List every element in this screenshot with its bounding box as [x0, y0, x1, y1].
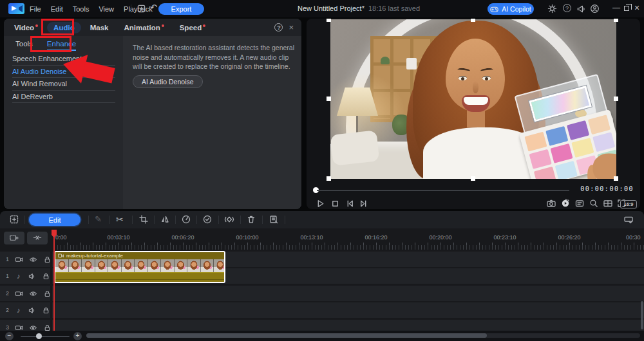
window-restore-button[interactable] [624, 6, 629, 11]
ai-audio-denoise-button[interactable]: AI Audio Denoise [133, 75, 203, 88]
tab-animation[interactable]: Animation [124, 24, 164, 32]
transform-handle-bottom-right[interactable] [614, 176, 618, 181]
announcement-megaphone-icon[interactable] [576, 4, 586, 14]
mirror-flip-icon[interactable] [160, 214, 170, 225]
menu-tools[interactable]: Tools [73, 5, 90, 13]
lock-track-icon[interactable] [43, 255, 52, 264]
track-header-video-1: 1 [0, 252, 52, 267]
transform-handle-mid-right[interactable] [614, 97, 618, 101]
zoom-in-button[interactable]: + [73, 332, 82, 340]
filmora-logo-icon[interactable] [8, 3, 24, 14]
split-screen-icon[interactable] [603, 198, 614, 209]
mute-speaker-icon[interactable] [28, 306, 36, 315]
palette-swatch [524, 132, 547, 152]
lock-track-icon[interactable] [43, 290, 52, 298]
tab-mask[interactable]: Mask [90, 24, 109, 32]
window-minimize-button[interactable]: — [612, 3, 621, 13]
track-manager-icon[interactable] [623, 214, 634, 225]
aspect-ratio-button[interactable]: 16:9 [620, 200, 637, 208]
eye [459, 76, 467, 80]
sidebar-item-ai-dereverb[interactable]: AI DeReverb [4, 91, 123, 104]
save-project-icon[interactable] [137, 4, 146, 14]
panel-close-icon[interactable]: × [289, 23, 294, 32]
shelf-frame [406, 58, 417, 69]
speed-icon[interactable] [181, 214, 191, 225]
top-menu-bar: File Edit Tools View Playback ↶ ↷ Export… [0, 0, 644, 17]
panel-help-icon[interactable]: ? [274, 23, 283, 32]
timeline-zoom-handle[interactable] [36, 333, 42, 339]
marker-list-icon[interactable] [574, 198, 585, 209]
menu-view[interactable]: View [99, 5, 114, 13]
export-button[interactable]: Export [158, 3, 204, 15]
previous-frame-button[interactable] [345, 198, 355, 209]
horizontal-scrollbar[interactable] [86, 333, 640, 338]
transform-handle-bottom-mid[interactable] [471, 176, 475, 181]
split-scissors-icon[interactable]: ✂ [116, 214, 126, 225]
next-frame-button[interactable] [358, 198, 369, 209]
edit-button[interactable]: Edit [29, 214, 80, 226]
add-media-track-button[interactable] [4, 232, 24, 244]
auto-ripple-button[interactable] [27, 232, 48, 244]
annotation-box-enhance-tab [30, 36, 71, 52]
ruler-label: 0:00 [55, 234, 67, 241]
snapshot-camera-icon[interactable] [546, 198, 557, 209]
timeline-ruler[interactable]: 0:00 00:03:10 00:06:20 00:10:00 00:13:10… [0, 228, 644, 252]
preview-scrubber-track[interactable] [317, 190, 569, 191]
vertical-scrollbar-thumb[interactable] [641, 301, 643, 329]
ruler-label: 00:03:10 [107, 234, 129, 241]
palette-swatch [571, 138, 594, 158]
ai-copilot-label: AI Copilot [502, 5, 531, 13]
window-close-button[interactable]: × [634, 3, 639, 13]
track-lane-audio-2[interactable]: 2 ♪ [0, 302, 644, 318]
toggle-visibility-eye-icon[interactable] [29, 290, 37, 298]
track-lane-video-2[interactable]: 2 [0, 286, 644, 301]
clip-thumbnail [135, 259, 148, 272]
timeline-zoom-slider[interactable] [21, 336, 70, 337]
ai-copilot-button[interactable]: AI Copilot [488, 3, 534, 15]
horizontal-scrollbar-thumb[interactable] [86, 333, 487, 338]
menu-edit[interactable]: Edit [51, 5, 63, 13]
palette-swatch [534, 167, 556, 179]
play-button[interactable] [315, 198, 326, 209]
playback-quality-icon[interactable] [560, 198, 571, 209]
color-adjust-icon[interactable] [202, 214, 213, 225]
new-feature-dot [162, 24, 164, 27]
palette-swatch [567, 120, 589, 140]
video-track-icon [15, 290, 23, 298]
lock-track-icon[interactable] [42, 306, 50, 315]
track-number: 2 [6, 290, 9, 297]
video-preview-frame[interactable] [330, 19, 616, 179]
timeline-clip[interactable]: makeup-tutorial-example [54, 251, 225, 283]
toggle-visibility-eye-icon[interactable] [29, 255, 37, 264]
ruler-label: 00:20:00 [429, 234, 451, 241]
delete-trash-icon[interactable] [246, 214, 256, 225]
transform-handle-bottom-left[interactable] [327, 176, 331, 181]
clip-filmstrip [55, 259, 224, 272]
menu-file[interactable]: File [30, 5, 41, 13]
transform-handle-top-mid[interactable] [471, 19, 475, 22]
tab-speed[interactable]: Speed [180, 24, 206, 32]
keyframe-icon[interactable] [224, 214, 234, 225]
crop-icon[interactable] [138, 214, 149, 225]
mute-speaker-icon[interactable] [28, 272, 36, 281]
preview-zoom-icon[interactable] [589, 198, 600, 209]
transform-handle-top-right[interactable] [614, 19, 618, 22]
clip-thumbnail [201, 259, 214, 272]
clip-thumbnail [214, 259, 224, 272]
transform-handle-mid-left[interactable] [327, 97, 331, 101]
stop-button[interactable] [330, 198, 341, 209]
settings-gear-icon[interactable] [547, 4, 557, 14]
snap-icon[interactable] [9, 214, 19, 225]
account-icon[interactable] [590, 4, 600, 14]
lock-track-icon[interactable] [42, 272, 50, 281]
render-preview-icon[interactable] [269, 214, 279, 225]
zoom-out-button[interactable]: − [5, 332, 14, 340]
track-number: 1 [6, 273, 10, 279]
help-icon[interactable]: ? [563, 4, 571, 12]
couch-pillow [330, 130, 379, 165]
project-title-area: New Untitled Project*18:16 last saved [298, 5, 420, 12]
palette-swatch [588, 115, 611, 134]
tab-video[interactable]: Video [14, 24, 38, 32]
blade-pen-icon[interactable]: ✎ [95, 214, 105, 225]
transform-handle-top-left[interactable] [327, 19, 331, 22]
